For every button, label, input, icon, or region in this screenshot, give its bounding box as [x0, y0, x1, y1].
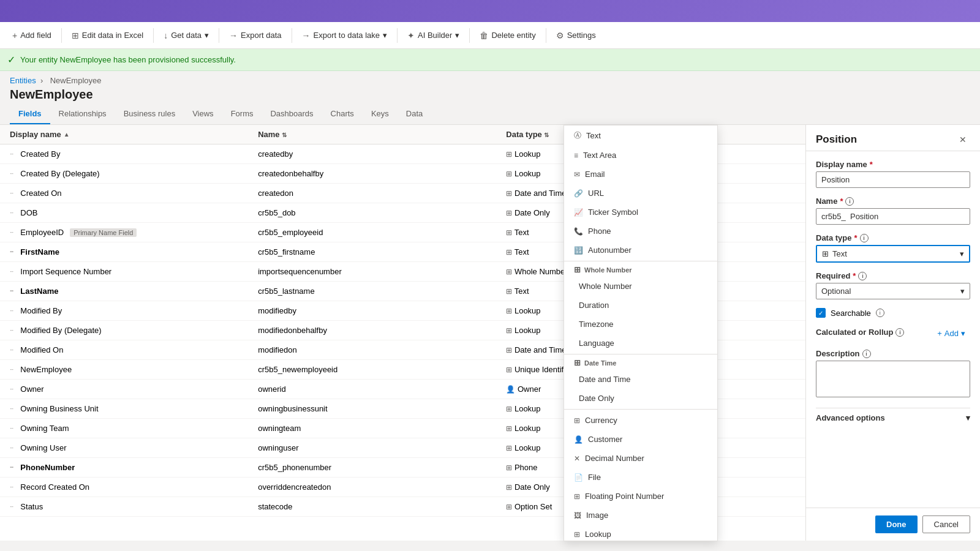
row-actions: ··· — [10, 444, 13, 451]
delete-entity-button[interactable]: 🗑 Delete entity — [475, 28, 540, 43]
dropdown-item-timezone[interactable]: Timezone — [564, 315, 717, 334]
advanced-options-toggle[interactable]: Advanced options ▾ — [816, 408, 970, 427]
export-lake-button[interactable]: → Export to data lake ▾ — [297, 28, 392, 43]
datatype-sort-icon: ⇅ — [544, 132, 549, 138]
tab-keys[interactable]: Keys — [363, 104, 398, 124]
export-data-button[interactable]: → Export data — [224, 28, 287, 43]
data-type-select[interactable]: ⊞ Text ▾ — [816, 245, 970, 263]
dropdown-item-date-and-time[interactable]: Date and Time — [564, 370, 717, 389]
row-actions: ··· — [10, 190, 13, 197]
header-name[interactable]: Name ⇅ — [258, 130, 506, 139]
separator2 — [153, 28, 154, 43]
tab-views[interactable]: Views — [184, 104, 222, 124]
dropdown-item-floating-point[interactable]: ⊞ Floating Point Number — [564, 487, 717, 506]
dropdown-item-duration[interactable]: Duration — [564, 296, 717, 315]
calc-info-icon: i — [895, 328, 904, 337]
export-icon: → — [229, 31, 238, 40]
image-icon: 🖼 — [574, 511, 581, 520]
dropdown-item-customer[interactable]: 👤 Customer — [564, 430, 717, 449]
description-label: Description i — [816, 349, 970, 358]
breadcrumb-entities-link[interactable]: Entities — [10, 76, 36, 85]
datatype-icon: ⊞ — [506, 189, 512, 198]
tab-forms[interactable]: Forms — [222, 104, 262, 124]
datatype-icon: ⊞ — [506, 307, 512, 315]
breadcrumb-current: NewEmployee — [50, 76, 102, 85]
tab-business-rules[interactable]: Business rules — [115, 104, 184, 124]
row-actions: ··· — [10, 307, 13, 314]
required-group: Required * i Optional ▾ — [816, 271, 970, 299]
searchable-group: ✓ Searchable i — [816, 308, 970, 318]
close-panel-button[interactable]: ✕ — [956, 133, 970, 146]
datatype-icon: ⊞ — [506, 365, 512, 374]
data-type-icon: ⊞ — [822, 249, 829, 258]
dropdown-item-language[interactable]: Language — [564, 334, 717, 353]
datatype-icon: ⊞ — [506, 503, 512, 511]
datatype-icon: ⊞ — [506, 424, 512, 433]
owner-icon: 👤 — [506, 385, 515, 394]
divider3 — [564, 409, 717, 410]
tab-relationships[interactable]: Relationships — [50, 104, 115, 124]
dropdown-item-ticker[interactable]: 📈 Ticker Symbol — [564, 203, 717, 222]
dropdown-item-email[interactable]: ✉ Email — [564, 165, 717, 184]
get-data-button[interactable]: ↓ Get data ▾ — [159, 28, 214, 43]
success-icon: ✓ — [7, 54, 15, 66]
dropdown-item-lookup[interactable]: ⊞ Lookup — [564, 525, 717, 541]
dropdown-item-decimal[interactable]: ✕ Decimal Number — [564, 449, 717, 468]
searchable-checkbox[interactable]: ✓ — [816, 308, 826, 318]
name-required-star: * — [840, 197, 843, 206]
ai-builder-button[interactable]: ✦ AI Builder ▾ — [402, 28, 464, 43]
text-icon: Ⓐ — [574, 130, 581, 141]
edit-excel-button[interactable]: ⊞ Edit data in Excel — [67, 28, 148, 43]
name-input[interactable] — [816, 208, 970, 225]
sort-icon: ▲ — [64, 131, 70, 138]
data-type-label: Data type * i — [816, 233, 970, 242]
dropdown-item-text[interactable]: Ⓐ Text — [564, 126, 717, 146]
dropdown-item-url[interactable]: 🔗 URL — [564, 184, 717, 203]
url-icon: 🔗 — [574, 189, 583, 198]
done-button[interactable]: Done — [875, 515, 918, 533]
display-name-group: Display name * — [816, 160, 970, 188]
datatype-icon: ⊞ — [506, 405, 512, 413]
panel-footer: Done Cancel — [806, 508, 980, 541]
display-name-input[interactable] — [816, 171, 970, 188]
required-select[interactable]: Optional ▾ — [816, 283, 970, 299]
breadcrumb: Entities › NewEmployee — [0, 71, 980, 85]
tab-dashboards[interactable]: Dashboards — [262, 104, 322, 124]
cancel-button[interactable]: Cancel — [922, 515, 970, 533]
dropdown-chevron-icon: ▾ — [960, 249, 964, 258]
separator5 — [397, 28, 398, 43]
tab-data[interactable]: Data — [398, 104, 431, 124]
data-type-dropdown[interactable]: Ⓐ Text ≡ Text Area ✉ Email 🔗 URL 📈 Ticke… — [564, 125, 718, 541]
header-display-name[interactable]: Display name ▲ — [10, 130, 258, 139]
dropdown-item-text-area[interactable]: ≡ Text Area — [564, 146, 717, 165]
dropdown-item-currency[interactable]: ⊞ Currency — [564, 411, 717, 430]
name-label: Name * i — [816, 197, 970, 206]
dropdown-item-phone[interactable]: 📞 Phone — [564, 222, 717, 241]
decimal-icon: ✕ — [574, 454, 580, 463]
add-calc-button[interactable]: + Add ▾ — [932, 326, 970, 340]
row-actions: ··· — [10, 151, 13, 157]
dropdown-item-image[interactable]: 🖼 Image — [564, 506, 717, 525]
settings-icon: ⚙ — [556, 31, 564, 40]
row-actions: ··· — [10, 268, 13, 275]
panel-header: Position ✕ — [806, 125, 980, 151]
tab-fields[interactable]: Fields — [10, 104, 50, 124]
dropdown-item-date-only[interactable]: Date Only — [564, 389, 717, 408]
settings-button[interactable]: ⚙ Settings — [551, 28, 601, 43]
tab-charts[interactable]: Charts — [322, 104, 363, 124]
excel-icon: ⊞ — [72, 31, 79, 40]
textarea-icon: ≡ — [574, 151, 578, 160]
add-field-button[interactable]: + Add field — [7, 28, 56, 43]
whole-number-section-icon: ⊞ — [574, 265, 581, 274]
section-whole-number: ⊞ Whole Number — [564, 263, 717, 277]
dropdown-item-file[interactable]: 📄 File — [564, 468, 717, 487]
phone-icon: 📞 — [574, 227, 583, 236]
lookup-icon: ⊞ — [574, 530, 580, 539]
email-icon: ✉ — [574, 170, 580, 179]
description-textarea[interactable] — [816, 361, 970, 397]
dropdown-item-whole-number[interactable]: Whole Number — [564, 277, 717, 296]
datatype-icon: ⊞ — [506, 209, 512, 217]
dropdown-item-autonumber[interactable]: 🔢 Autonumber — [564, 241, 717, 260]
divider2 — [564, 354, 717, 354]
section-datetime: ⊞ Date Time — [564, 356, 717, 370]
